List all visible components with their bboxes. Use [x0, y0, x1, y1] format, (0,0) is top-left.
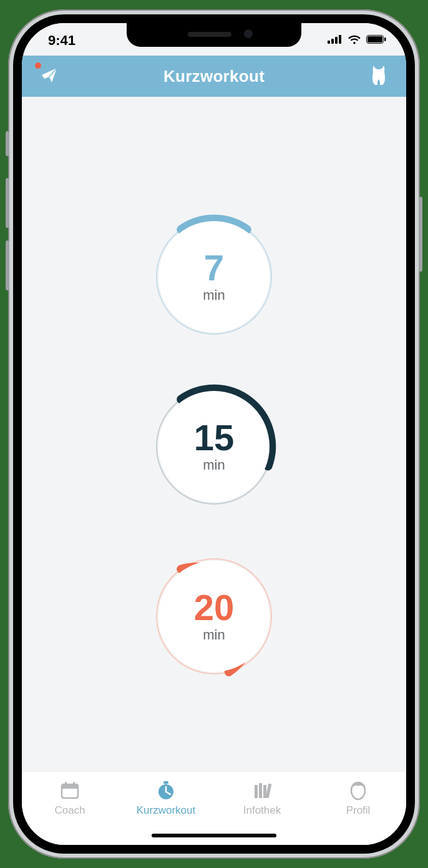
- library-icon: [251, 779, 273, 802]
- app-header: Kurzworkout: [22, 56, 406, 97]
- workout-unit: min: [203, 457, 225, 473]
- svg-rect-11: [62, 784, 78, 789]
- tab-infothek[interactable]: Infothek: [214, 779, 310, 817]
- phone-frame: 9:41: [8, 9, 420, 859]
- calendar-icon: [59, 779, 80, 802]
- volume-down-button: [6, 240, 9, 290]
- svg-rect-2: [335, 37, 338, 44]
- power-button: [419, 197, 422, 272]
- page-title: Kurzworkout: [163, 67, 265, 86]
- svg-rect-18: [259, 783, 262, 798]
- volume-up-button: [6, 178, 9, 228]
- silence-switch: [6, 131, 9, 156]
- svg-rect-12: [65, 782, 67, 786]
- svg-rect-1: [331, 39, 334, 44]
- status-time: 9:41: [48, 30, 75, 49]
- profile-icon: [348, 779, 369, 802]
- paper-plane-icon: [40, 66, 59, 87]
- stopwatch-icon: [155, 779, 177, 802]
- workout-inner: 15 min: [158, 391, 270, 502]
- workout-list: 7 min 15 min: [22, 97, 406, 771]
- body-overview-button[interactable]: [366, 64, 391, 89]
- notch: [127, 23, 301, 47]
- tab-coach[interactable]: Coach: [22, 779, 118, 817]
- screen: 9:41: [22, 23, 406, 845]
- workout-value: 7: [204, 250, 224, 286]
- wifi-icon: [348, 34, 361, 47]
- notification-dot: [35, 62, 41, 69]
- workout-inner: 7 min: [158, 221, 270, 332]
- svg-rect-6: [384, 37, 386, 41]
- workout-value: 15: [194, 420, 235, 456]
- torso-icon: [370, 64, 387, 88]
- svg-rect-13: [73, 782, 75, 786]
- workout-unit: min: [203, 287, 225, 303]
- workout-option-15min[interactable]: 15 min: [148, 381, 280, 512]
- tab-label: Kurzworkout: [137, 804, 195, 817]
- workout-value: 20: [194, 589, 235, 626]
- svg-rect-3: [339, 35, 341, 44]
- workout-option-20min[interactable]: 20 min: [148, 551, 280, 682]
- tab-label: Profil: [346, 804, 371, 817]
- svg-rect-17: [255, 785, 258, 798]
- cellular-icon: [328, 35, 343, 46]
- tab-label: Coach: [54, 804, 85, 817]
- battery-icon: [366, 35, 386, 46]
- svg-rect-16: [165, 782, 167, 786]
- tab-label: Infothek: [243, 804, 281, 817]
- svg-rect-0: [328, 41, 330, 44]
- tab-kurzworkout[interactable]: Kurzworkout: [118, 779, 214, 817]
- workout-option-7min[interactable]: 7 min: [148, 211, 280, 342]
- tab-profil[interactable]: Profil: [310, 779, 406, 817]
- workout-inner: 20 min: [158, 561, 270, 672]
- workout-unit: min: [203, 627, 225, 643]
- send-button[interactable]: [37, 64, 62, 89]
- svg-rect-20: [266, 784, 272, 799]
- home-indicator[interactable]: [152, 834, 276, 837]
- status-icons: [328, 32, 386, 47]
- svg-rect-5: [367, 36, 382, 42]
